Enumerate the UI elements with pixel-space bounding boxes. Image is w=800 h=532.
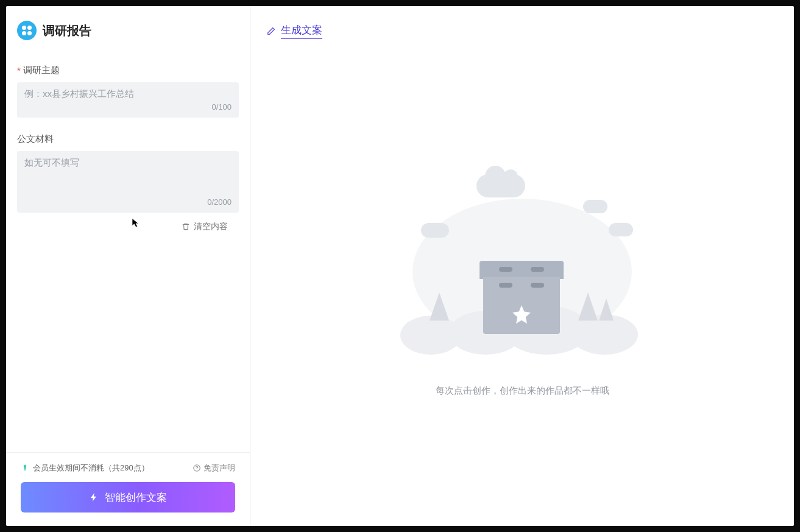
generate-label: 智能创作文案: [105, 491, 167, 505]
trash-icon: [182, 222, 190, 231]
sidebar: 调研报告 * 调研主题 0/100 公文材料 0/2000: [6, 6, 250, 526]
empty-state: 每次点击创作，创作出来的作品都不一样哦: [250, 39, 794, 526]
material-input-wrap: 0/2000: [17, 151, 239, 213]
app-frame: 调研报告 * 调研主题 0/100 公文材料 0/2000: [6, 6, 794, 526]
disclaimer-label: 免责声明: [204, 463, 235, 473]
form-area: * 调研主题 0/100 公文材料 0/2000: [6, 49, 250, 452]
material-counter: 0/2000: [24, 197, 232, 207]
sidebar-footer: 会员生效期间不消耗（共290点） 免责声明 智能创作文案: [6, 452, 250, 526]
page-title: 调研报告: [43, 23, 91, 39]
app-logo-icon: [17, 21, 37, 40]
field-topic-label-text: 调研主题: [23, 65, 60, 76]
field-material-label-text: 公文材料: [17, 133, 54, 145]
credits-text: 会员生效期间不消耗（共290点）: [33, 463, 149, 473]
field-topic: * 调研主题 0/100: [17, 65, 239, 118]
main-header-label[interactable]: 生成文案: [281, 23, 322, 39]
credits-info: 会员生效期间不消耗（共290点）: [21, 463, 149, 473]
clear-button[interactable]: 清空内容: [17, 213, 239, 232]
sidebar-header: 调研报告: [6, 6, 250, 49]
required-marker: *: [17, 65, 21, 76]
field-material-label: 公文材料: [17, 133, 239, 145]
topic-input[interactable]: [24, 88, 232, 99]
field-topic-label: * 调研主题: [17, 65, 239, 76]
pen-icon: [266, 26, 276, 36]
main-header: 生成文案: [250, 6, 794, 39]
empty-state-text: 每次点击创作，创作出来的作品都不一样哦: [436, 385, 609, 397]
generate-button[interactable]: 智能创作文案: [21, 482, 235, 512]
main-panel: 生成文案: [250, 6, 794, 526]
clear-label: 清空内容: [194, 221, 228, 232]
gem-icon: [21, 464, 29, 472]
topic-input-wrap: 0/100: [17, 82, 239, 118]
footer-meta-row: 会员生效期间不消耗（共290点） 免责声明: [21, 463, 235, 473]
empty-illustration: [394, 162, 650, 369]
question-icon: [193, 464, 201, 472]
bolt-icon: [89, 492, 99, 502]
topic-counter: 0/100: [24, 102, 232, 112]
disclaimer-link[interactable]: 免责声明: [193, 463, 235, 473]
material-textarea[interactable]: [24, 157, 232, 194]
field-material: 公文材料 0/2000: [17, 133, 239, 213]
